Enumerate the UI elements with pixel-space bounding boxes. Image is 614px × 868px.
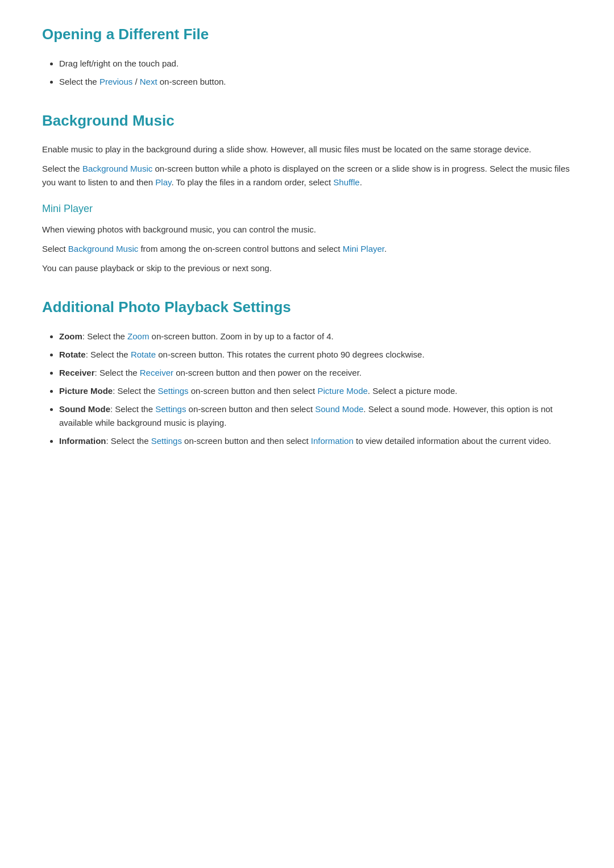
background-music-section: Background Music Enable music to play in… [42,109,572,275]
bullet-text: Drag left/right on the touch pad. [59,59,179,68]
receiver-term: Receiver [59,368,95,377]
list-item: Sound Mode: Select the Settings on-scree… [59,402,572,430]
opening-file-list: Drag left/right on the touch pad. Select… [42,57,572,89]
settings-link3[interactable]: Settings [151,436,182,446]
zoom-link[interactable]: Zoom [127,331,149,341]
previous-link[interactable]: Previous [99,77,132,86]
settings-link2[interactable]: Settings [155,404,186,414]
mini-player-para2: Select Background Music from among the o… [42,242,572,256]
bullet-text: Select the Previous / Next on-screen but… [59,77,226,86]
picture-mode-text: Picture Mode: Select the Settings on-scr… [59,386,457,396]
additional-photo-title: Additional Photo Playback Settings [42,296,572,319]
additional-photo-list: Zoom: Select the Zoom on-screen button. … [42,330,572,448]
list-item: Receiver: Select the Receiver on-screen … [59,366,572,380]
next-link[interactable]: Next [140,77,157,86]
zoom-term: Zoom [59,331,82,341]
mini-player-para3: You can pause playback or skip to the pr… [42,261,572,275]
receiver-link[interactable]: Receiver [140,368,173,377]
receiver-text: Receiver: Select the Receiver on-screen … [59,368,362,377]
sound-mode-text: Sound Mode: Select the Settings on-scree… [59,404,553,427]
sound-mode-link[interactable]: Sound Mode [315,404,363,414]
information-term: Information [59,436,106,446]
list-item: Zoom: Select the Zoom on-screen button. … [59,330,572,343]
list-item: Select the Previous / Next on-screen but… [59,75,572,89]
settings-link1[interactable]: Settings [157,386,188,396]
list-item: Drag left/right on the touch pad. [59,57,572,70]
list-item: Rotate: Select the Rotate on-screen butt… [59,348,572,362]
background-music-link1[interactable]: Background Music [82,164,152,173]
information-link[interactable]: Information [311,436,354,446]
list-item: Picture Mode: Select the Settings on-scr… [59,384,572,398]
additional-photo-section: Additional Photo Playback Settings Zoom:… [42,296,572,448]
mini-player-section: Mini Player When viewing photos with bac… [42,201,572,275]
opening-file-section: Opening a Different File Drag left/right… [42,23,572,89]
picture-mode-term: Picture Mode [59,386,113,396]
background-music-link2[interactable]: Background Music [68,244,138,254]
mini-player-title: Mini Player [42,201,572,217]
list-item: Information: Select the Settings on-scre… [59,434,572,448]
rotate-term: Rotate [59,350,86,359]
zoom-text: Zoom: Select the Zoom on-screen button. … [59,331,334,341]
picture-mode-link[interactable]: Picture Mode [317,386,367,396]
play-link[interactable]: Play [155,177,171,187]
background-music-title: Background Music [42,109,572,133]
opening-file-title: Opening a Different File [42,23,572,47]
sound-mode-term: Sound Mode [59,404,110,414]
background-music-para1: Enable music to play in the background d… [42,143,572,156]
mini-player-link[interactable]: Mini Player [343,244,384,254]
rotate-link[interactable]: Rotate [131,350,156,359]
mini-player-para1: When viewing photos with background musi… [42,223,572,236]
background-music-para2: Select the Background Music on-screen bu… [42,162,572,189]
rotate-text: Rotate: Select the Rotate on-screen butt… [59,350,425,359]
information-text: Information: Select the Settings on-scre… [59,436,551,446]
shuffle-link[interactable]: Shuffle [333,177,359,187]
